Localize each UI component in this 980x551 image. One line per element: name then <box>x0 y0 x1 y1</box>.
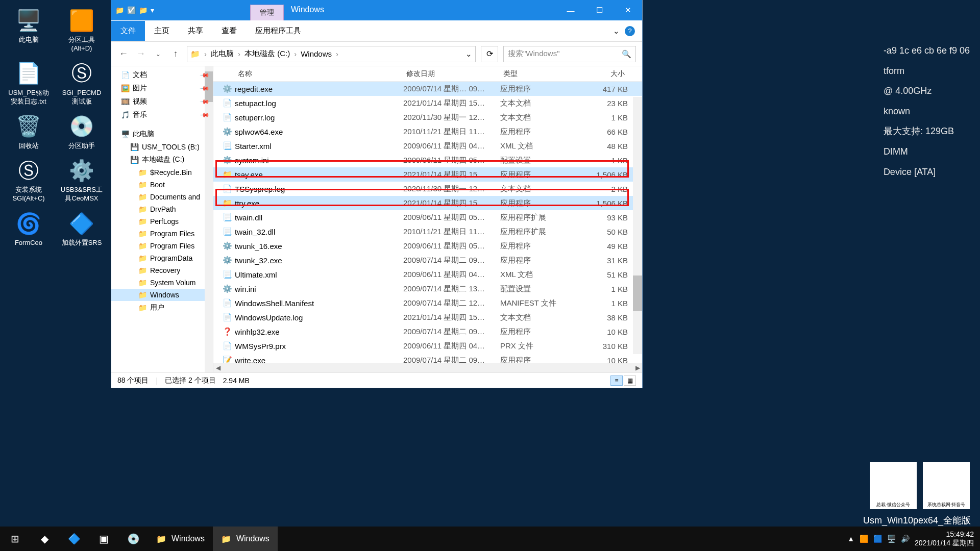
desktop-icon[interactable]: 🟧分区工具(Alt+D) <box>57 4 106 55</box>
address-bar[interactable]: 📁 › 此电脑 › 本地磁盘 (C:) › Windows › ⌄ <box>187 46 476 62</box>
file-row[interactable]: 📝 write.exe 2009/07/14 星期二 09… 应用程序 10 K… <box>213 353 642 363</box>
view-icons[interactable]: ▦ <box>624 375 636 386</box>
taskbar-app[interactable]: 🔷 <box>59 527 89 551</box>
file-row[interactable]: ⚙️ splwow64.exe 2010/11/21 星期日 11… 应用程序 … <box>213 124 642 139</box>
file-row[interactable]: ⚙️ regedit.exe 2009/07/14 星期… 09… 应用程序 4… <box>213 82 642 96</box>
nav-quick-item[interactable]: 📄文档📌 <box>111 68 213 82</box>
nav-folder[interactable]: 📁用户 <box>111 301 213 314</box>
expand-ribbon-icon[interactable]: ⌄ <box>613 27 620 36</box>
titlebar[interactable]: 📁 ☑️ 📁 ▾ 管理 Windows — ☐ ✕ <box>111 0 642 20</box>
file-row[interactable]: 📃 twain_32.dll 2010/11/21 星期日 11… 应用程序扩展… <box>213 224 642 239</box>
desktop-icon[interactable]: 🖥️此电脑 <box>4 4 53 55</box>
ribbon-apptools[interactable]: 应用程序工具 <box>246 21 310 41</box>
chevron-down-icon[interactable]: ⌄ <box>465 49 472 59</box>
tray-icon[interactable]: 🖥️ <box>887 535 896 543</box>
search-input[interactable]: 搜索"Windows" 🔍 <box>503 46 636 62</box>
file-row[interactable]: 📄 setupact.log 2021/01/14 星期四 15… 文本文档 2… <box>213 96 642 110</box>
hscroll-right[interactable]: ▶ <box>633 364 642 371</box>
crumb[interactable]: Windows <box>301 49 332 58</box>
nav-folder[interactable]: 📁Program Files <box>111 228 213 240</box>
nav-quick-item[interactable]: 🎞️视频📌 <box>111 95 213 108</box>
quick-access-icon[interactable]: ☑️ <box>127 6 136 14</box>
dropdown-icon[interactable]: ▾ <box>151 6 154 14</box>
vscroll-thumb[interactable] <box>633 276 642 311</box>
nav-pane[interactable]: 📄文档📌🖼️图片📌🎞️视频📌🎵音乐📌🖥️此电脑💾USM_TOOLS (B:)💾本… <box>111 66 213 372</box>
file-row[interactable]: ❓ winhlp32.exe 2009/07/14 星期二 09… 应用程序 1… <box>213 324 642 339</box>
file-row[interactable]: 📁 tsay.exe 2021/01/14 星期四 15… 应用程序 1,506… <box>213 167 642 182</box>
nav-thispc[interactable]: 🖥️此电脑 <box>111 128 213 141</box>
ribbon-home[interactable]: 主页 <box>145 21 179 41</box>
desktop-icon[interactable]: 🗑️回收站 <box>4 110 53 153</box>
nav-back[interactable]: ← <box>117 48 130 60</box>
col-name[interactable]: 名称 <box>235 69 403 79</box>
maximize-button[interactable]: ☐ <box>585 0 614 20</box>
file-row[interactable]: 📄 WMSysPr9.prx 2009/06/11 星期四 04… PRX 文件… <box>213 339 642 353</box>
desktop-icon[interactable]: 🌀FormCeo <box>4 207 53 249</box>
taskbar-app[interactable]: 💿 <box>118 527 148 551</box>
crumb[interactable]: 此电脑 <box>211 49 234 59</box>
nav-folder[interactable]: 📁$Recycle.Bin <box>111 166 213 179</box>
file-row[interactable]: 📁 ttry.exe 2021/01/14 星期四 15… 应用程序 1,506… <box>213 196 642 210</box>
tray-icon[interactable]: 🟦 <box>873 535 882 543</box>
tray-icon[interactable]: ▲ <box>847 535 854 543</box>
nav-quick-item[interactable]: 🖼️图片📌 <box>111 82 213 95</box>
file-row[interactable]: 📃 twain.dll 2009/06/11 星期四 05… 应用程序扩展 93… <box>213 210 642 224</box>
nav-forward[interactable]: → <box>135 48 147 60</box>
nav-folder[interactable]: 📁Program Files <box>111 240 213 252</box>
taskbar-window[interactable]: 📁Windows <box>213 527 278 551</box>
nav-folder[interactable]: 📁PerfLogs <box>111 215 213 228</box>
desktop-icon[interactable]: Ⓢ安装系统SGI(Alt+C) <box>4 154 53 205</box>
tray-icon[interactable]: 🔊 <box>901 535 910 543</box>
desktop-icon[interactable]: ⚙️USB3&SRS工具CeoMSX <box>57 154 106 205</box>
taskbar-app[interactable]: ◆ <box>30 527 59 551</box>
search-icon[interactable]: 🔍 <box>622 49 631 59</box>
close-button[interactable]: ✕ <box>614 0 642 20</box>
start-button[interactable]: ⊞ <box>0 527 30 551</box>
nav-folder[interactable]: 📁Windows <box>111 289 213 301</box>
file-row[interactable]: 📄 setuperr.log 2020/11/30 星期一 12… 文本文档 1… <box>213 110 642 124</box>
file-row[interactable]: 📃 Ultimate.xml 2009/06/11 星期四 04… XML 文档… <box>213 267 642 282</box>
refresh-button[interactable]: ⟳ <box>481 46 498 62</box>
desktop-icon[interactable]: 🔷加载外置SRS <box>57 207 106 249</box>
crumb[interactable]: 本地磁盘 (C:) <box>244 49 290 59</box>
col-date[interactable]: 修改日期 <box>403 69 500 79</box>
col-size[interactable]: 大小 <box>577 69 628 79</box>
tray-clock[interactable]: 15:49:42 2021/01/14 星期四 <box>915 530 974 547</box>
nav-quick-item[interactable]: 🎵音乐📌 <box>111 108 213 121</box>
nav-drive-c[interactable]: 💾本地磁盘 (C:) <box>111 153 213 166</box>
file-row[interactable]: 📄 TSSysprep.log 2020/11/30 星期一 12… 文本文档 … <box>213 182 642 196</box>
view-details[interactable]: ≡ <box>610 375 623 386</box>
nav-folder[interactable]: 📁ProgramData <box>111 252 213 264</box>
nav-folder[interactable]: 📁Documents and <box>111 191 213 203</box>
hscrollbar[interactable]: ◀ ▶ <box>213 363 642 372</box>
file-row[interactable]: ⚙️ system.ini 2009/06/11 星期四 05… 配置设置 1 … <box>213 153 642 167</box>
file-row[interactable]: ⚙️ twunk_16.exe 2009/06/11 星期四 05… 应用程序 … <box>213 239 642 253</box>
manage-tab[interactable]: 管理 <box>250 5 284 20</box>
file-row[interactable]: 📄 WindowsUpdate.log 2021/01/14 星期四 15… 文… <box>213 310 642 324</box>
file-row[interactable]: ⚙️ win.ini 2009/07/14 星期二 13… 配置设置 1 KB <box>213 282 642 296</box>
ribbon-share[interactable]: 共享 <box>179 21 212 41</box>
nav-up[interactable]: ↑ <box>169 48 182 60</box>
nav-folder[interactable]: 📁System Volum <box>111 277 213 289</box>
ribbon-file[interactable]: 文件 <box>111 21 145 41</box>
minimize-button[interactable]: — <box>556 0 585 20</box>
file-row[interactable]: 📃 Starter.xml 2009/06/11 星期四 04… XML 文档 … <box>213 139 642 153</box>
taskbar-app[interactable]: ▣ <box>89 527 118 551</box>
nav-drive[interactable]: 💾USM_TOOLS (B:) <box>111 141 213 153</box>
taskbar-window[interactable]: 📁Windows <box>148 527 213 551</box>
nav-folder[interactable]: 📁Recovery <box>111 264 213 277</box>
desktop-icon[interactable]: 💿分区助手 <box>57 110 106 153</box>
hscroll-left[interactable]: ◀ <box>213 364 223 371</box>
desktop-icon[interactable]: ⓈSGI_PECMD测试版 <box>57 57 106 108</box>
file-row[interactable]: 📄 WindowsShell.Manifest 2009/07/14 星期二 1… <box>213 296 642 310</box>
nav-folder[interactable]: 📁DrvPath <box>111 203 213 215</box>
ribbon-view[interactable]: 查看 <box>212 21 246 41</box>
col-type[interactable]: 类型 <box>500 69 577 79</box>
help-icon[interactable]: ? <box>625 26 635 36</box>
nav-recent[interactable]: ⌄ <box>152 48 164 60</box>
desktop-icon[interactable]: 📄USM_PE驱动安装日志.txt <box>4 57 53 108</box>
vscrollbar[interactable] <box>633 97 642 354</box>
nav-folder[interactable]: 📁Boot <box>111 179 213 191</box>
file-row[interactable]: ⚙️ twunk_32.exe 2009/07/14 星期二 09… 应用程序 … <box>213 253 642 267</box>
tray-icon[interactable]: 🟧 <box>860 535 868 543</box>
